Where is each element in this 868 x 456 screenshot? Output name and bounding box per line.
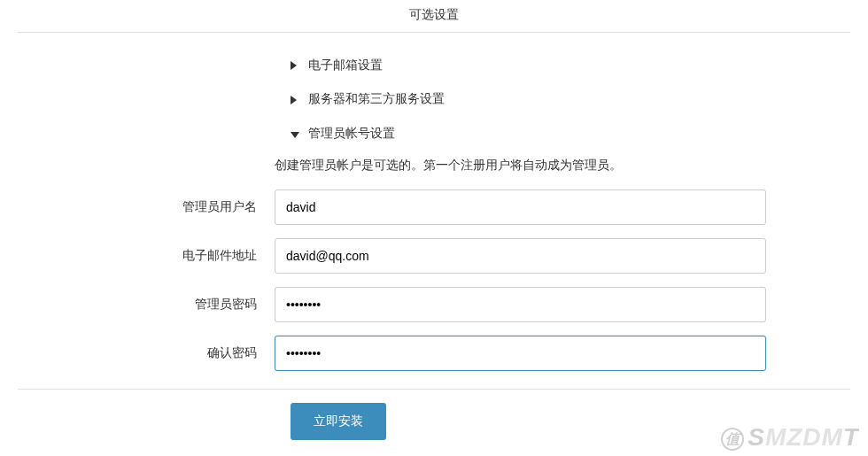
section-email-toggle[interactable]: 电子邮箱设置: [18, 49, 850, 82]
optional-settings-form: 可选设置 电子邮箱设置 服务器和第三方服务设置 管理员帐号设置 创建管理员帐户是…: [0, 0, 868, 440]
form-row-email: 电子邮件地址: [18, 238, 850, 274]
password-label: 管理员密码: [18, 297, 275, 313]
chevron-right-icon: [291, 93, 301, 107]
chevron-down-icon: [291, 127, 301, 141]
divider: [18, 389, 850, 390]
email-input[interactable]: [275, 238, 766, 274]
form-row-confirm: 确认密码: [18, 336, 850, 371]
admin-description: 创建管理员帐户是可选的。第一个注册用户将自动成为管理员。: [18, 151, 850, 189]
password-input[interactable]: [275, 287, 766, 322]
confirm-password-input[interactable]: [275, 336, 766, 371]
button-row: 立即安装: [18, 403, 850, 440]
username-label: 管理员用户名: [18, 199, 275, 215]
page-title: 可选设置: [18, 0, 850, 33]
username-input[interactable]: [275, 189, 766, 225]
form-row-password: 管理员密码: [18, 287, 850, 322]
section-admin-toggle[interactable]: 管理员帐号设置: [18, 117, 850, 151]
section-server-label: 服务器和第三方服务设置: [308, 92, 445, 106]
chevron-right-icon: [291, 58, 301, 73]
confirm-label: 确认密码: [18, 345, 275, 361]
form-row-username: 管理员用户名: [18, 189, 850, 225]
section-admin-label: 管理员帐号设置: [308, 126, 395, 140]
email-label: 电子邮件地址: [18, 248, 275, 264]
install-button[interactable]: 立即安装: [291, 403, 386, 440]
section-email-label: 电子邮箱设置: [308, 58, 383, 72]
section-server-toggle[interactable]: 服务器和第三方服务设置: [18, 82, 850, 116]
